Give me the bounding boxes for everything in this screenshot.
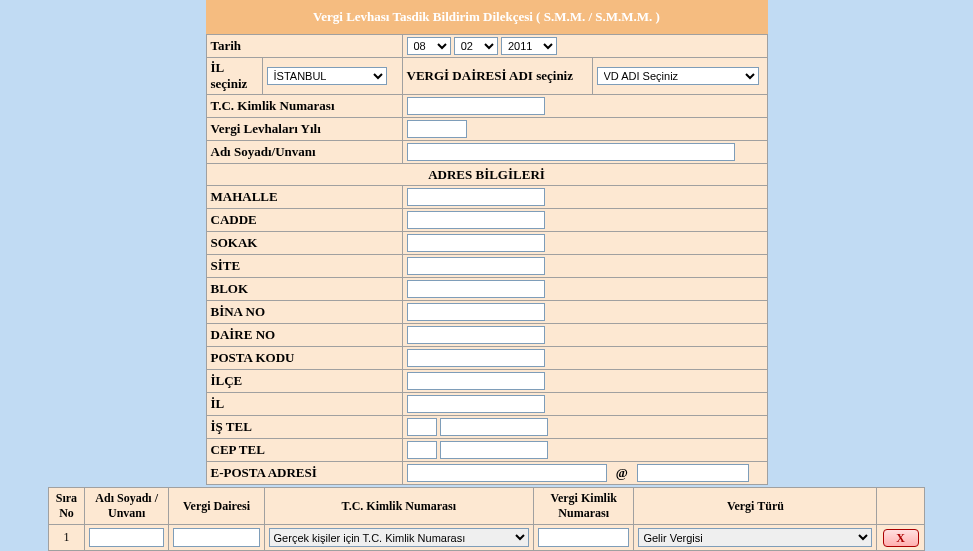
cep-tel-area-input[interactable]: [407, 441, 437, 459]
row-vergi-dairesi-input[interactable]: [173, 528, 259, 547]
adi-soyadi-input[interactable]: [407, 143, 735, 161]
label-eposta: E-POSTA ADRESİ: [206, 462, 402, 485]
label-cep-tel: CEP TEL: [206, 439, 402, 462]
table-row: 1 Gerçek kişiler için T.C. Kimlik Numara…: [49, 525, 925, 551]
col-vergi-dairesi: Vergi Dairesi: [169, 488, 264, 525]
row-vergi-turu-select[interactable]: Gelir Vergisi: [638, 528, 872, 547]
vd-select[interactable]: VD ADI Seçiniz: [597, 67, 759, 85]
tc-kimlik-input[interactable]: [407, 97, 545, 115]
email-domain-input[interactable]: [637, 464, 749, 482]
email-user-input[interactable]: [407, 464, 607, 482]
vergi-yili-input[interactable]: [407, 120, 467, 138]
label-is-tel: İŞ TEL: [206, 416, 402, 439]
main-form-table: Tarih 08 02 2011 İL seçiniz İSTANBUL VER…: [206, 34, 768, 485]
section-adres-bilgileri: ADRES BİLGİLERİ: [206, 164, 767, 186]
page-title: Vergi Levhası Tasdik Bildirim Dilekçesi …: [206, 0, 768, 34]
row-adi-soyadi-input[interactable]: [89, 528, 165, 547]
blok-input[interactable]: [407, 280, 545, 298]
label-daire-no: DAİRE NO: [206, 324, 402, 347]
delete-row-button[interactable]: X: [883, 529, 919, 547]
label-adi-soyadi: Adı Soyadı/Unvanı: [206, 141, 402, 164]
col-sira-no: Sıra No: [49, 488, 85, 525]
label-vergi-levhalari-yili: Vergi Levhaları Yılı: [206, 118, 402, 141]
email-at-symbol: @: [610, 465, 634, 480]
date-year-select[interactable]: 2011: [501, 37, 557, 55]
label-mahalle: MAHALLE: [206, 186, 402, 209]
col-adi-soyadi: Adı Soyadı / Unvanı: [84, 488, 169, 525]
col-vergi-turu: Vergi Türü: [634, 488, 877, 525]
il-input[interactable]: [407, 395, 545, 413]
label-vd-adi-seciniz: VERGİ DAİRESİ ADI seçiniz: [402, 58, 592, 95]
daire-no-input[interactable]: [407, 326, 545, 344]
col-actions: [877, 488, 925, 525]
ilce-input[interactable]: [407, 372, 545, 390]
cep-tel-number-input[interactable]: [440, 441, 548, 459]
bina-no-input[interactable]: [407, 303, 545, 321]
is-tel-area-input[interactable]: [407, 418, 437, 436]
label-blok: BLOK: [206, 278, 402, 301]
is-tel-number-input[interactable]: [440, 418, 548, 436]
il-select[interactable]: İSTANBUL: [267, 67, 387, 85]
col-vergi-kimlik: Vergi Kimlik Numarası: [534, 488, 634, 525]
label-il-seciniz: İL seçiniz: [206, 58, 262, 95]
sokak-input[interactable]: [407, 234, 545, 252]
label-il: İL: [206, 393, 402, 416]
label-posta-kodu: POSTA KODU: [206, 347, 402, 370]
label-sokak: SOKAK: [206, 232, 402, 255]
label-tarih: Tarih: [206, 35, 402, 58]
label-bina-no: BİNA NO: [206, 301, 402, 324]
posta-kodu-input[interactable]: [407, 349, 545, 367]
cadde-input[interactable]: [407, 211, 545, 229]
label-ilce: İLÇE: [206, 370, 402, 393]
cell-sira-no: 1: [49, 525, 85, 551]
col-tc-kimlik: T.C. Kimlik Numarası: [264, 488, 533, 525]
bottom-grid: Sıra No Adı Soyadı / Unvanı Vergi Daires…: [48, 487, 925, 551]
site-input[interactable]: [407, 257, 545, 275]
date-day-select[interactable]: 08: [407, 37, 451, 55]
label-cadde: CADDE: [206, 209, 402, 232]
row-vergi-kimlik-input[interactable]: [538, 528, 629, 547]
date-month-select[interactable]: 02: [454, 37, 498, 55]
label-tc-kimlik: T.C. Kimlik Numarası: [206, 95, 402, 118]
mahalle-input[interactable]: [407, 188, 545, 206]
label-site: SİTE: [206, 255, 402, 278]
row-tc-kimlik-select[interactable]: Gerçek kişiler için T.C. Kimlik Numarası: [269, 528, 529, 547]
